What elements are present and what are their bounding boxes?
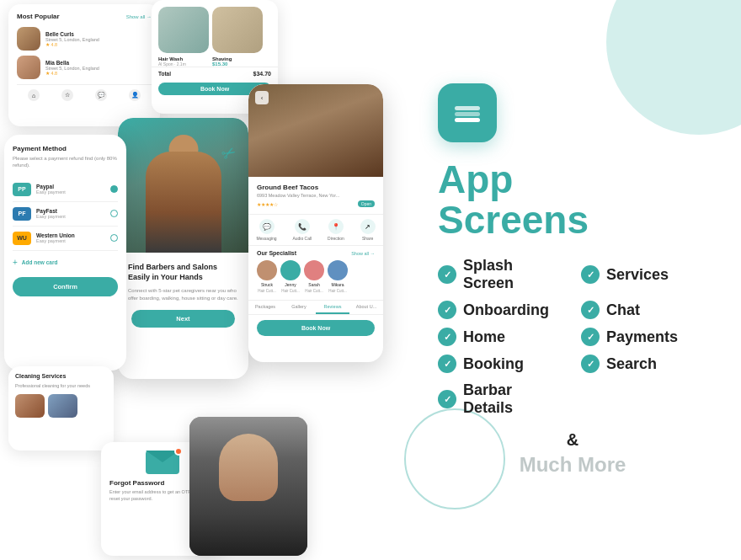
feature-label-booking: Booking <box>463 355 524 373</box>
most-popular-show-all[interactable]: Show all → <box>126 14 152 19</box>
feature-label-services: Services <box>606 266 669 284</box>
tab-about[interactable]: About U... <box>349 301 383 314</box>
feature-barbar-details: Barbar Details <box>438 381 564 417</box>
payfast-radio[interactable] <box>110 210 118 217</box>
payment-paypal[interactable]: PP Paypal Easy payment <box>13 178 118 202</box>
tab-reviews[interactable]: Reviews <box>316 301 349 314</box>
action-share[interactable]: ↗ Share <box>360 219 376 241</box>
action-audio[interactable]: 📞 Audio Call <box>292 219 312 241</box>
photo-person-silhouette <box>189 417 307 556</box>
specialist-show-all[interactable]: Show all → <box>351 251 375 256</box>
feature-services: Services <box>581 257 707 292</box>
spec-sub-4: Hair Cutt... <box>328 289 347 293</box>
check-onboarding-icon <box>438 301 456 319</box>
action-direction[interactable]: 📍 Direction <box>328 219 344 241</box>
left-panel-mockups: Most Popular Show all → Belle Curls Stre… <box>0 0 396 560</box>
nav-home-icon[interactable]: ⌂ <box>28 89 40 101</box>
svg-rect-0 <box>455 112 480 116</box>
barber-avatar-2 <box>17 56 40 79</box>
spec-sub-3: Hair Cutt... <box>305 289 323 293</box>
app-title: App Screens <box>438 159 589 241</box>
feature-onboarding: Onboarding <box>438 301 564 319</box>
audio-icon: 📞 <box>295 219 310 234</box>
hair-care-img <box>212 7 263 53</box>
feature-label-chat: Chat <box>606 301 640 319</box>
direction-icon: 📍 <box>328 219 344 234</box>
nav-bookmark-icon[interactable]: ☆ <box>61 89 73 101</box>
wu-info: Western Union Easy payment <box>36 232 75 243</box>
feature-label-payments: Payments <box>606 328 678 346</box>
specialist-3[interactable]: Sarah Hair Cutt... <box>304 260 324 293</box>
barber-info-2: Mia Bella Street 5, London, England ★ 4.… <box>45 60 99 76</box>
spec-avatar-4 <box>328 260 348 280</box>
spec-name-4: Mikara <box>331 282 344 287</box>
plus-icon: + <box>13 258 18 267</box>
check-search-icon <box>581 355 600 373</box>
specialist-4[interactable]: Mikara Hair Cutt... <box>328 260 348 293</box>
specialist-1[interactable]: Struck Hair Cutt... <box>257 260 277 293</box>
barber-item-2[interactable]: Mia Bella Street 5, London, England ★ 4.… <box>17 56 152 79</box>
book-now-button-detail[interactable]: Book Now <box>257 320 375 336</box>
barber-name-1: Belle Curls <box>45 31 99 37</box>
next-button[interactable]: Next <box>131 310 235 328</box>
barber-item-1[interactable]: Belle Curls Street 5, London, England ★ … <box>17 27 152 51</box>
feature-splash-screen: Splash Screen <box>438 257 564 292</box>
notif-img-1 <box>15 394 45 418</box>
action-messaging-label: Messaging <box>256 236 276 241</box>
screen-barber-photo <box>189 417 307 556</box>
nav-chat-icon[interactable]: 💬 <box>95 89 107 101</box>
hair-service-item-2: Shaving $15.30 <box>212 56 263 67</box>
feature-booking: Booking <box>438 355 564 373</box>
spec-avatar-3 <box>304 260 324 280</box>
wu-radio[interactable] <box>110 234 118 242</box>
tab-gallery[interactable]: Gallery <box>282 301 316 314</box>
paypal-radio[interactable] <box>110 185 118 193</box>
barber-name-2: Mia Bella <box>45 60 99 66</box>
share-icon: ↗ <box>360 219 376 234</box>
spec-avatar-1 <box>257 260 277 280</box>
nav-profile-icon[interactable]: 👤 <box>129 89 141 101</box>
confirm-button[interactable]: Confirm <box>13 277 118 296</box>
action-messaging[interactable]: 💬 Messaging <box>256 219 276 241</box>
spec-name-3: Sarah <box>308 282 319 287</box>
hair-dryer-img <box>158 7 209 53</box>
much-more-text: Much More <box>438 453 707 477</box>
payment-subtitle: Please select a payment refund find (onl… <box>13 155 118 169</box>
paypal-name: Paypal <box>36 184 66 189</box>
feature-label-home: Home <box>463 328 505 346</box>
specialist-title: Our Specialist <box>257 250 296 256</box>
hero-description: Connect with 5-star pet caregivers near … <box>128 287 238 301</box>
layers-icon <box>451 97 483 129</box>
payment-payfast[interactable]: PF PayFast Easy payment <box>13 202 118 227</box>
hero-text: Find Barbers and Salons Easily in Your H… <box>118 253 248 334</box>
app-title-line2: Screens <box>438 198 589 242</box>
spec-name-1: Struck <box>261 282 273 287</box>
right-panel: App Screens Splash Screen Services Onboa… <box>396 0 741 560</box>
back-button[interactable]: ‹ <box>255 91 269 104</box>
payfast-sub: Easy payment <box>36 214 66 219</box>
feature-label-search: Search <box>606 355 657 373</box>
payment-wu[interactable]: WU Western Union Easy payment <box>13 227 118 251</box>
check-splash-icon <box>438 265 456 284</box>
spec-name-2: Jenny <box>285 282 296 287</box>
check-home-icon <box>438 328 456 346</box>
check-payments-icon <box>581 328 600 346</box>
notif-body: Professional cleaning for your needs <box>15 383 107 390</box>
svg-rect-2 <box>455 118 480 122</box>
notif-images <box>15 394 107 418</box>
barber-avatar-1 <box>17 27 40 51</box>
detail-hero-image: ‹ <box>248 84 383 177</box>
screen-notification: Cleaning Services Professional cleaning … <box>8 366 114 451</box>
ampersand-row: & <box>438 430 707 450</box>
specialist-2[interactable]: Jenny Hair Cutt... <box>280 260 301 293</box>
paypal-sub: Easy payment <box>36 189 66 195</box>
barber-rating-2: ★ 4.8 <box>45 71 99 76</box>
tab-packages[interactable]: Packages <box>248 301 282 314</box>
open-badge: Open <box>358 200 375 207</box>
notif-header: Cleaning Services <box>15 373 107 379</box>
check-barbar-icon <box>438 390 456 408</box>
specialist-header: Our Specialist Show all → <box>248 250 383 256</box>
screen-most-popular: Most Popular Show all → Belle Curls Stre… <box>8 4 160 126</box>
add-card-row[interactable]: + Add new card <box>13 258 118 267</box>
hair-service-item-1: Hair Wash Al Spon · 2.1m <box>158 56 209 67</box>
